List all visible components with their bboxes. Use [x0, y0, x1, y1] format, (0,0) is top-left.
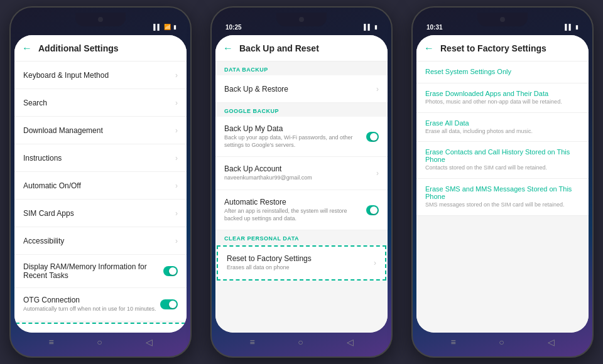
menu-item-title-back-up-data: Back Up My Data	[224, 124, 366, 133]
menu-item-subtitle-otg: Automatically turn off when not in use f…	[23, 306, 156, 313]
toggle-display-ram[interactable]	[163, 266, 178, 276]
signal-icon-2: ▌▌	[364, 24, 372, 30]
screen-header-2: ← Back Up and Reset	[215, 35, 388, 62]
reset-option-system[interactable]: Reset System Settings Only	[416, 62, 589, 83]
back-button-3[interactable]: ←	[424, 43, 434, 54]
screen-1: ← Additional Settings Keyboard & Input M…	[14, 35, 187, 333]
home-btn-1[interactable]: ○	[97, 337, 102, 347]
toggle-back-up-data[interactable]	[366, 132, 379, 142]
hamburger-btn-2[interactable]: ≡	[249, 337, 254, 347]
menu-item-otg[interactable]: OTG Connection Automatically turn off wh…	[14, 288, 187, 321]
menu-item-auto-onoff[interactable]: Automatic On/Off ›	[14, 172, 187, 200]
menu-item-left-search: Search	[23, 99, 47, 107]
menu-item-backup[interactable]: Backup and Reset ›	[16, 323, 185, 333]
menu-item-title-keyboard: Keyboard & Input Method	[23, 71, 109, 80]
chevron-instructions: ›	[175, 154, 178, 163]
screen-title-1: Additional Settings	[38, 43, 119, 53]
back-btn-3[interactable]: ◁	[548, 337, 555, 347]
menu-item-search[interactable]: Search ›	[14, 89, 187, 117]
menu-item-left-display-ram: Display RAM/Memory Information for Recen…	[23, 262, 163, 280]
phone-factory-settings: 10:31 ▌▌ ▮ ← Reset to Factory Settings R…	[411, 6, 594, 358]
section-label-data-backup: DATA BACKUP	[215, 62, 388, 75]
menu-item-factory-reset[interactable]: Reset to Factory Settings Erases all dat…	[217, 245, 386, 281]
time-2: 10:25	[225, 24, 242, 31]
menu-item-title-accessibility: Accessibility	[23, 237, 64, 245]
signal-icon-1: ▌▌	[153, 24, 161, 30]
toggle-auto-restore[interactable]	[366, 205, 379, 215]
menu-item-title-backup-restore: Back Up & Restore	[224, 85, 288, 94]
screen-title-3: Reset to Factory Settings	[440, 43, 546, 53]
section-label-google-backup: GOOGLE BACKUP	[215, 103, 388, 117]
toggle-otg[interactable]	[160, 299, 178, 309]
reset-option-sms[interactable]: Erase SMS and MMS Messages Stored on Thi…	[416, 179, 589, 216]
hamburger-btn-3[interactable]: ≡	[450, 337, 455, 347]
menu-item-subtitle-back-up-account: naveenkumarthakur99@gmail.com	[224, 174, 312, 182]
screen-2: ← Back Up and Reset DATA BACKUP Back Up …	[215, 35, 388, 333]
screen-content-2: DATA BACKUP Back Up & Restore › GOOGLE B…	[215, 62, 388, 333]
menu-item-title-instructions: Instructions	[23, 154, 62, 163]
reset-option-title-downloaded: Erase Downloaded Apps and Their Data	[425, 90, 580, 97]
phone-additional-settings: ▌▌ 📶 ▮ ← Additional Settings Keyboard & …	[9, 6, 192, 358]
toggle-knob-back-up-data	[370, 133, 378, 141]
status-icons-3: ▌▌ ▮	[565, 24, 579, 30]
chevron-keyboard: ›	[175, 71, 178, 80]
menu-item-subtitle-factory-reset: Erases all data on phone	[227, 264, 312, 272]
screen-content-1: Keyboard & Input Method › Search › Downl…	[14, 62, 187, 333]
battery-icon-1: ▮	[173, 24, 177, 30]
signal-icon-3: ▌▌	[565, 24, 573, 30]
back-btn-1[interactable]: ◁	[146, 337, 153, 347]
menu-item-title-factory-reset: Reset to Factory Settings	[227, 254, 312, 263]
menu-item-left-accessibility: Accessibility	[23, 237, 64, 245]
wifi-icon-1: 📶	[164, 24, 171, 30]
reset-option-title-sms: Erase SMS and MMS Messages Stored on Thi…	[425, 185, 580, 200]
reset-option-downloaded[interactable]: Erase Downloaded Apps and Their Data Pho…	[416, 83, 589, 113]
back-button-1[interactable]: ←	[22, 43, 32, 54]
menu-item-simcard[interactable]: SIM Card Apps ›	[14, 200, 187, 227]
chevron-back-up-account: ›	[376, 169, 379, 178]
menu-item-left-factory-reset: Reset to Factory Settings Erases all dat…	[227, 254, 312, 272]
phone-notch-3	[477, 13, 528, 26]
menu-item-left-auto-onoff: Automatic On/Off	[23, 181, 81, 190]
reset-option-subtitle-sms: SMS messages stored on the SIM card will…	[425, 201, 580, 209]
menu-item-keyboard[interactable]: Keyboard & Input Method ›	[14, 62, 187, 89]
section-label-clear-data: CLEAR PERSONAL DATA	[215, 230, 388, 244]
battery-icon-3: ▮	[575, 24, 579, 30]
screen-content-3: Reset System Settings Only Erase Downloa…	[416, 62, 589, 333]
menu-item-display-ram[interactable]: Display RAM/Memory Information for Recen…	[14, 255, 187, 288]
hamburger-btn-1[interactable]: ≡	[48, 337, 53, 347]
reset-option-title-all-data: Erase All Data	[425, 119, 580, 127]
reset-option-title-system: Reset System Settings Only	[425, 68, 580, 75]
menu-item-accessibility[interactable]: Accessibility ›	[14, 227, 187, 255]
camera-2	[299, 17, 304, 22]
menu-item-backup-restore[interactable]: Back Up & Restore ›	[215, 75, 388, 103]
toggle-knob-auto-restore	[370, 206, 378, 214]
menu-item-left-backup-restore: Back Up & Restore	[224, 85, 288, 94]
time-3: 10:31	[426, 24, 443, 31]
back-button-2[interactable]: ←	[223, 43, 233, 54]
reset-option-all-data[interactable]: Erase All Data Erase all data, including…	[416, 113, 589, 142]
home-btn-3[interactable]: ○	[499, 337, 504, 347]
camera-3	[500, 17, 505, 22]
battery-icon-2: ▮	[374, 24, 378, 30]
phone-notch-1	[75, 13, 126, 26]
menu-item-auto-restore[interactable]: Automatic Restore After an app is reinst…	[215, 190, 388, 230]
screen-header-3: ← Reset to Factory Settings	[416, 35, 589, 62]
menu-item-title-display-ram: Display RAM/Memory Information for Recen…	[23, 262, 163, 280]
toggle-knob-display-ram	[169, 267, 177, 275]
menu-item-back-up-account[interactable]: Back Up Account naveenkumarthakur99@gmai…	[215, 157, 388, 190]
menu-item-title-back-up-account: Back Up Account	[224, 164, 312, 173]
chevron-factory-reset: ›	[374, 259, 376, 267]
phone-notch-2	[276, 13, 327, 26]
back-btn-2[interactable]: ◁	[347, 337, 354, 347]
menu-item-left-back-up-data: Back Up My Data Back up your app data, W…	[224, 124, 366, 149]
home-btn-2[interactable]: ○	[298, 337, 303, 347]
chevron-download: ›	[175, 126, 178, 135]
menu-item-download[interactable]: Download Management ›	[14, 117, 187, 144]
status-icons-1: ▌▌ 📶 ▮	[153, 24, 177, 30]
reset-option-contacts[interactable]: Erase Contacts and Call History Stored o…	[416, 142, 589, 179]
menu-item-back-up-data[interactable]: Back Up My Data Back up your app data, W…	[215, 117, 388, 157]
menu-item-instructions[interactable]: Instructions ›	[14, 144, 187, 172]
reset-option-title-contacts: Erase Contacts and Call History Stored o…	[425, 148, 580, 163]
menu-item-left-back-up-account: Back Up Account naveenkumarthakur99@gmai…	[224, 164, 312, 182]
screen-header-1: ← Additional Settings	[14, 35, 187, 62]
